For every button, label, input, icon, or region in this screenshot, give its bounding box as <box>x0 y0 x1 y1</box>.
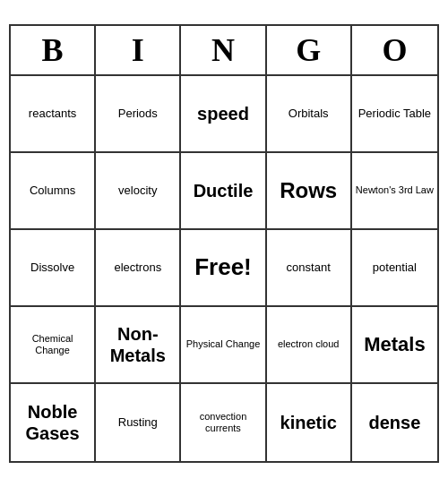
bingo-cell[interactable]: Periodic Table <box>352 76 437 153</box>
header-o: O <box>352 26 437 74</box>
bingo-cell[interactable]: Non-Metals <box>96 307 181 384</box>
bingo-cell[interactable]: Physical Change <box>181 307 266 384</box>
bingo-cell[interactable]: Ductile <box>181 153 266 230</box>
bingo-cell[interactable]: Newton's 3rd Law <box>352 153 437 230</box>
bingo-cell[interactable]: dense <box>352 384 437 461</box>
bingo-cell[interactable]: Dissolve <box>11 230 96 307</box>
bingo-cell[interactable]: velocity <box>96 153 181 230</box>
header-g: G <box>267 26 352 74</box>
bingo-card: B I N G O reactantsPeriodsspeedOrbitalsP… <box>9 24 439 463</box>
bingo-cell[interactable]: electrons <box>96 230 181 307</box>
bingo-cell[interactable]: Rusting <box>96 384 181 461</box>
bingo-cell[interactable]: Chemical Change <box>11 307 96 384</box>
bingo-header: B I N G O <box>11 26 437 76</box>
bingo-cell[interactable]: Orbitals <box>267 76 352 153</box>
bingo-cell[interactable]: electron cloud <box>267 307 352 384</box>
bingo-cell[interactable]: convection currents <box>181 384 266 461</box>
bingo-cell[interactable]: Free! <box>181 230 266 307</box>
bingo-cell[interactable]: Periods <box>96 76 181 153</box>
bingo-cell[interactable]: reactants <box>11 76 96 153</box>
bingo-cell[interactable]: kinetic <box>267 384 352 461</box>
header-n: N <box>181 26 266 74</box>
header-i: I <box>96 26 181 74</box>
bingo-cell[interactable]: speed <box>181 76 266 153</box>
bingo-cell[interactable]: Metals <box>352 307 437 384</box>
bingo-cell[interactable]: potential <box>352 230 437 307</box>
header-b: B <box>11 26 96 74</box>
bingo-cell[interactable]: constant <box>267 230 352 307</box>
bingo-cell[interactable]: Rows <box>267 153 352 230</box>
bingo-grid: reactantsPeriodsspeedOrbitalsPeriodic Ta… <box>11 76 437 461</box>
bingo-cell[interactable]: Columns <box>11 153 96 230</box>
bingo-cell[interactable]: Noble Gases <box>11 384 96 461</box>
